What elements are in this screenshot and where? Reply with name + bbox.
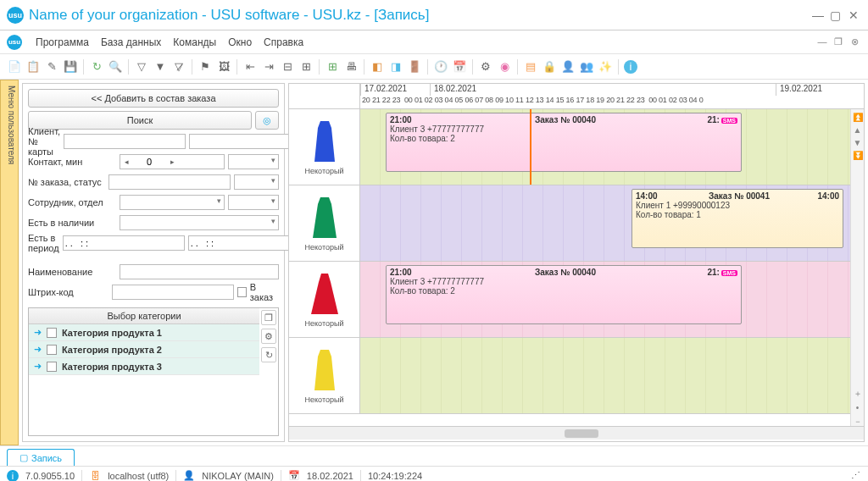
- excel-icon[interactable]: ⊞: [325, 59, 340, 75]
- product-cell[interactable]: Некоторый: [289, 338, 360, 413]
- settings-cat-icon[interactable]: ⚙: [261, 329, 276, 344]
- contact-value[interactable]: [132, 157, 166, 167]
- refresh-cat-icon[interactable]: ↻: [261, 347, 276, 362]
- category-checkbox[interactable]: [47, 362, 57, 372]
- clock-icon[interactable]: 🕐: [433, 59, 448, 75]
- timeline-track[interactable]: 21:00Заказ № 0004021:SMS Клиент 3 +77777…: [360, 262, 864, 337]
- wand-icon[interactable]: ✨: [598, 59, 613, 75]
- product-name: Некоторый: [305, 395, 344, 404]
- order-block[interactable]: 21:00Заказ № 0004021:SMS Клиент 3 +77777…: [386, 265, 742, 324]
- scroll-up-icon[interactable]: ⏫: [853, 113, 863, 122]
- print-icon[interactable]: 🖶: [343, 59, 359, 75]
- search-icon[interactable]: 🔍: [108, 59, 123, 75]
- edit-icon[interactable]: ✎: [44, 59, 59, 75]
- exit-icon[interactable]: 🚪: [407, 59, 422, 75]
- refresh-icon[interactable]: ↻: [89, 59, 104, 75]
- order-block[interactable]: 14:00Заказ № 0004114:00 Клиент 1 +999900…: [632, 189, 843, 248]
- category-item-1[interactable]: ➜ Категория продукта 1: [29, 324, 259, 341]
- menu-help[interactable]: Справка: [264, 36, 303, 48]
- category-item-3[interactable]: ➜ Категория продукта 3: [29, 358, 259, 375]
- info-icon[interactable]: i: [624, 60, 637, 74]
- window-icon[interactable]: ◧: [370, 59, 385, 75]
- expand-icon[interactable]: ⊞: [298, 59, 314, 75]
- timeline-track[interactable]: [360, 338, 864, 413]
- contact-combo[interactable]: [228, 154, 279, 169]
- maximize-button[interactable]: ▢: [828, 8, 843, 22]
- product-cell[interactable]: Некоторый: [289, 185, 360, 261]
- user-menu-tab[interactable]: Меню пользователя: [0, 80, 19, 445]
- lock-icon[interactable]: 🔒: [542, 59, 557, 75]
- users-icon[interactable]: 👥: [579, 59, 594, 75]
- toolbar: 📄 📋 ✎ 💾 ↻ 🔍 ▽ ▼ ▽̷ ⚑ 🖼 ⇤ ⇥ ⊟ ⊞ ⊞ 🖶 ◧ ◨ 🚪…: [0, 54, 868, 80]
- scroll-up2-icon[interactable]: ▲: [854, 125, 862, 135]
- barcode-input[interactable]: [112, 285, 234, 300]
- flag-icon[interactable]: ⚑: [198, 59, 213, 75]
- minimize-button[interactable]: —: [810, 8, 826, 22]
- category-checkbox[interactable]: [47, 345, 57, 355]
- calendar-icon[interactable]: 📅: [452, 59, 467, 75]
- timeline-track[interactable]: 21:00Заказ № 0004021:SMS Клиент 3 +77777…: [360, 109, 864, 185]
- mdi-minimize-button[interactable]: —: [815, 36, 829, 47]
- info-status-icon[interactable]: i: [7, 470, 19, 482]
- label-name: Наименование: [28, 267, 116, 277]
- timeline-body[interactable]: Некоторый 21:00Заказ № 0004021:SMS Клиен…: [289, 109, 864, 426]
- spin-left-icon[interactable]: ◂: [120, 158, 132, 166]
- chevron-right-icon: ➜: [34, 361, 42, 372]
- spin-right-icon[interactable]: ▸: [166, 158, 178, 166]
- contact-spinner[interactable]: ◂ ▸: [120, 154, 225, 169]
- instock-combo[interactable]: [120, 215, 279, 230]
- tab-record[interactable]: ▢ Запись: [7, 449, 75, 466]
- add-to-order-button[interactable]: << Добавить в состав заказа: [28, 89, 279, 108]
- product-cell[interactable]: Некоторый: [289, 109, 360, 185]
- zoom-in-icon[interactable]: ＋: [854, 388, 862, 400]
- date-label: 19.02.2021: [776, 84, 822, 96]
- dept-combo[interactable]: [228, 195, 279, 210]
- menu-commands[interactable]: Команды: [173, 36, 216, 48]
- mdi-close-button[interactable]: ⊗: [848, 36, 861, 47]
- filter3-icon[interactable]: ▽̷: [171, 59, 186, 75]
- order-input[interactable]: [108, 174, 231, 190]
- filter2-icon[interactable]: ▼: [153, 59, 168, 75]
- period-from[interactable]: [63, 235, 185, 251]
- zoom-dot-icon[interactable]: •: [856, 403, 860, 412]
- image-icon[interactable]: 🖼: [216, 59, 231, 75]
- menu-database[interactable]: База данных: [101, 36, 161, 48]
- mdi-restore-button[interactable]: ❐: [832, 36, 845, 47]
- toorder-checkbox[interactable]: [237, 287, 247, 297]
- rss-icon[interactable]: ▤: [523, 59, 538, 75]
- client-input[interactable]: [64, 134, 186, 149]
- timeline-track[interactable]: 14:00Заказ № 0004114:00 Клиент 1 +999900…: [360, 185, 864, 261]
- menu-window[interactable]: Окно: [228, 36, 252, 48]
- filter-icon[interactable]: ▽: [134, 59, 149, 75]
- window2-icon[interactable]: ◨: [388, 59, 403, 75]
- search-button[interactable]: Поиск: [28, 111, 252, 130]
- category-checkbox[interactable]: [47, 328, 57, 338]
- new-icon[interactable]: 📄: [7, 59, 22, 75]
- save-icon[interactable]: 💾: [63, 59, 78, 75]
- resize-grip-icon[interactable]: ⋰: [849, 470, 861, 482]
- collapse-icon[interactable]: ⊟: [280, 59, 295, 75]
- copy-icon[interactable]: 📋: [25, 59, 41, 75]
- scroll-thumb[interactable]: [565, 429, 598, 438]
- scroll-down-icon[interactable]: ▼: [854, 138, 862, 147]
- name-input[interactable]: [120, 264, 279, 279]
- label-order: № заказа, статус: [28, 177, 105, 187]
- scroll-down2-icon[interactable]: ⏬: [853, 151, 863, 160]
- timeline-hscroll[interactable]: [289, 426, 864, 440]
- employee-combo[interactable]: [120, 195, 225, 210]
- gear-icon[interactable]: ⚙: [478, 59, 493, 75]
- color-icon[interactable]: ◉: [497, 59, 512, 75]
- product-cell[interactable]: Некоторый: [289, 262, 360, 337]
- search-target-icon[interactable]: ◎: [255, 111, 279, 130]
- category-box: Выбор категории ➜ Категория продукта 1 ➜…: [28, 307, 279, 436]
- timeline-vtools: ⏫ ▲ ▼ ⏬ ＋ • －: [850, 109, 864, 428]
- user-icon[interactable]: 👤: [560, 59, 576, 75]
- category-item-2[interactable]: ➜ Категория продукта 2: [29, 341, 259, 358]
- close-button[interactable]: ✕: [846, 8, 861, 22]
- order-block[interactable]: 21:00Заказ № 0004021:SMS Клиент 3 +77777…: [386, 113, 742, 172]
- menu-program[interactable]: Программа: [36, 36, 89, 48]
- indent-icon[interactable]: ⇤: [242, 59, 258, 75]
- outdent-icon[interactable]: ⇥: [261, 59, 276, 75]
- status-combo[interactable]: [234, 174, 279, 190]
- copy-cat-icon[interactable]: ❐: [261, 310, 276, 325]
